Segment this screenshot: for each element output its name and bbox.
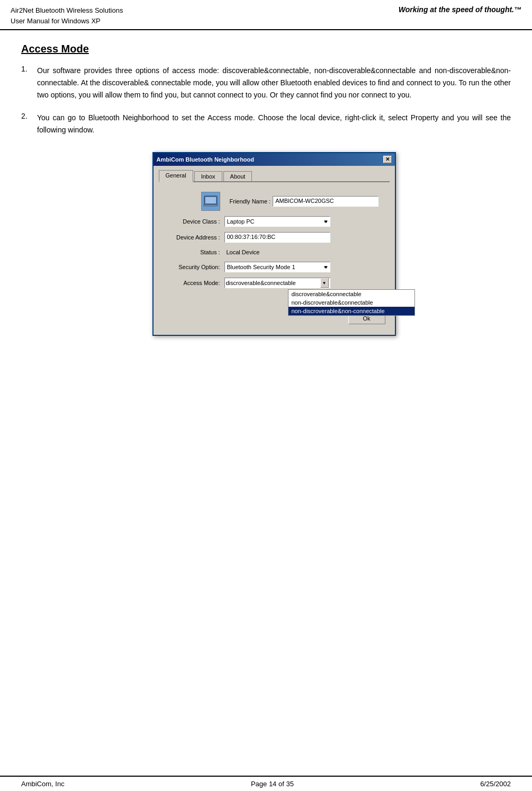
security-option-row: Security Option: Bluetooth Security Mode… [161,262,387,272]
friendly-name-label: Friendly Name : [230,198,273,205]
friendly-name-input[interactable]: AMBICOM-WC20GSC [273,196,378,207]
device-class-row: Device Class : Laptop PC ▼ [161,216,387,227]
footer-left: AmbiCom, Inc [21,780,65,788]
laptop-svg [203,195,218,208]
device-class-select-wrapper: Laptop PC ▼ [224,216,330,227]
dropdown-item-3[interactable]: non-discroverable&non-connectable [288,307,414,315]
paragraph-2: 2. You can go to Bluetooth Neighborhood … [21,112,511,136]
paragraph-1: 1. Our software provides three options o… [21,65,511,101]
tab-about[interactable]: About [223,171,253,181]
tabs-row: General Inbox About [159,170,390,182]
company-line2: User Manual for Windows XP [11,16,123,26]
device-class-arrow: ▼ [323,219,328,224]
close-button[interactable]: ✕ [383,156,392,163]
status-label: Status : [161,249,224,255]
main-content: Access Mode 1. Our software provides thr… [0,30,532,357]
device-address-label: Device Address : [161,234,224,241]
access-mode-select[interactable]: discroverable&connectable ▼ [224,278,330,288]
status-row: Status : Local Device [161,248,387,256]
device-class-select[interactable]: Laptop PC ▼ [224,216,330,227]
bluetooth-dialog: AmbiCom Bluetooth Neighborhood ✕ General… [152,152,396,336]
security-arrow: ▼ [323,265,328,270]
tagline: Working at the speed of thought.™ [399,5,521,14]
security-label: Security Option: [161,264,224,270]
company-info: Air2Net Bluetooth Wireless Solutions Use… [11,5,123,26]
page-footer: AmbiCom, Inc Page 14 of 35 6/25/2002 [0,776,532,791]
dropdown-item-2[interactable]: non-discroverable&connectable [288,298,414,307]
para-2-text: You can go to Bluetooth Neighborhood to … [37,112,511,136]
company-line1: Air2Net Bluetooth Wireless Solutions [11,5,123,16]
device-address-input: 00:80:37:16:70:BC [224,232,330,243]
access-mode-field-container: discroverable&connectable ▼ discroverabl… [224,278,330,288]
security-select[interactable]: Bluetooth Security Mode 1 ▼ [224,262,330,272]
device-icon [201,192,220,211]
dropdown-item-1[interactable]: discroverable&connectable [288,290,414,298]
para-2-num: 2. [21,112,37,136]
status-value: Local Device [224,248,262,256]
dialog-body: General Inbox About [154,166,395,335]
para-1-num: 1. [21,65,37,101]
friendly-name-row: Friendly Name : AMBICOM-WC20GSC [161,192,387,211]
footer-center: Page 14 of 35 [251,780,294,788]
dialog-title: AmbiCom Bluetooth Neighborhood [157,156,255,163]
svg-rect-2 [203,205,218,206]
footer-right: 6/25/2002 [480,780,511,788]
access-mode-row: Access Mode: discroverable&connectable ▼… [161,278,387,288]
dialog-titlebar: AmbiCom Bluetooth Neighborhood ✕ [154,153,395,166]
screenshot-container: AmbiCom Bluetooth Neighborhood ✕ General… [37,152,511,336]
device-class-label: Device Class : [161,218,224,225]
device-address-row: Device Address : 00:80:37:16:70:BC [161,232,387,243]
access-mode-dropdown-list: discroverable&connectable non-discrovera… [288,289,415,316]
tab-content-general: Friendly Name : AMBICOM-WC20GSC Device C… [159,188,390,330]
svg-rect-1 [205,197,216,203]
tab-inbox[interactable]: Inbox [194,171,222,181]
page-header: Air2Net Bluetooth Wireless Solutions Use… [0,0,532,30]
security-select-wrapper: Bluetooth Security Mode 1 ▼ [224,262,330,272]
para-1-text: Our software provides three options of a… [37,65,511,101]
access-mode-dropdown-arrow[interactable]: ▼ [320,278,329,288]
access-mode-label: Access Mode: [161,280,224,286]
page-title: Access Mode [21,43,511,55]
tab-general[interactable]: General [159,170,193,182]
